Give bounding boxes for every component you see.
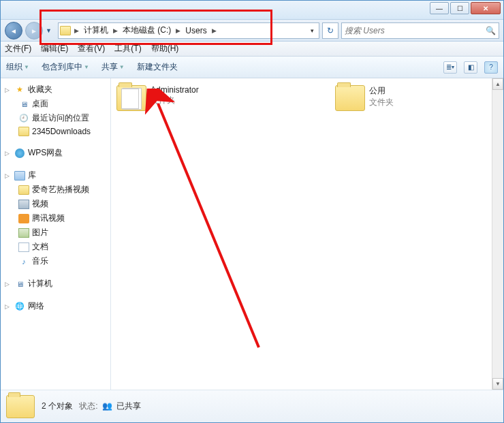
body-area: ▷ ★ 收藏夹 🖥桌面 🕘最近访问的位置 2345Downloads ▷ WPS… <box>1 78 503 390</box>
sidebar-item-documents[interactable]: 文档 <box>3 240 110 254</box>
chevron-right-icon[interactable]: ▶ <box>111 27 120 34</box>
view-options-button[interactable]: ≣ ▾ <box>443 61 457 74</box>
people-icon: 👥 <box>102 401 112 411</box>
scroll-track[interactable] <box>492 90 503 378</box>
vertical-scrollbar[interactable]: ▲ ▼ <box>492 78 503 390</box>
folder-icon <box>18 127 29 136</box>
breadcrumb-computer[interactable]: 计算机 <box>81 25 111 36</box>
status-state-label: 状态: <box>79 401 97 411</box>
titlebar: — ☐ ✕ <box>1 1 503 20</box>
sidebar-label: 库 <box>28 170 36 181</box>
folder-item-public[interactable]: 公用 文件夹 <box>335 85 394 111</box>
chevron-right-icon[interactable]: ▶ <box>174 27 183 34</box>
sidebar-wps[interactable]: ▷ WPS网盘 <box>3 146 110 160</box>
expander-icon[interactable]: ▷ <box>5 150 12 157</box>
music-icon: ♪ <box>18 257 29 266</box>
close-button[interactable]: ✕ <box>471 2 501 14</box>
pictures-icon <box>18 228 29 238</box>
sidebar-item-recent[interactable]: 🕘最近访问的位置 <box>3 111 110 125</box>
sidebar-item-tencent[interactable]: 腾讯视频 <box>3 211 110 225</box>
sidebar-label: WPS网盘 <box>28 147 63 159</box>
maximize-button[interactable]: ☐ <box>450 2 469 14</box>
address-dropdown[interactable]: ▾ <box>306 27 317 34</box>
folder-icon <box>18 185 29 195</box>
expander-icon[interactable]: ▷ <box>5 303 12 310</box>
status-state-value: 已共享 <box>116 401 141 411</box>
documents-icon <box>18 242 29 252</box>
expander-icon[interactable]: ▷ <box>5 87 12 93</box>
menu-file[interactable]: 文件(F) <box>5 43 31 54</box>
folder-icon <box>116 85 146 111</box>
sidebar-item-2345downloads[interactable]: 2345Downloads <box>3 125 110 138</box>
sidebar-item-videos[interactable]: 视频 <box>3 197 110 211</box>
expander-icon[interactable]: ▷ <box>5 172 12 179</box>
refresh-button[interactable]: ↻ <box>322 22 338 39</box>
expander-icon[interactable]: ▷ <box>5 281 12 287</box>
chevron-down-icon: ▼ <box>119 64 125 70</box>
arrow-left-icon <box>10 26 17 35</box>
star-icon: ★ <box>14 85 25 95</box>
details-pane: 2 个对象 状态: 👥 已共享 <box>1 390 503 422</box>
sidebar-favorites[interactable]: ▷ ★ 收藏夹 <box>3 82 110 97</box>
share-button[interactable]: 共享 ▼ <box>101 61 125 73</box>
back-button[interactable] <box>5 22 22 40</box>
sidebar-item-music[interactable]: ♪音乐 <box>3 254 110 268</box>
search-icon[interactable]: 🔍 <box>486 26 496 35</box>
folder-item-administrator[interactable]: Administrator 文件夹 <box>116 85 199 111</box>
folder-type: 文件夹 <box>151 95 199 106</box>
refresh-icon: ↻ <box>327 26 334 35</box>
chevron-right-icon[interactable]: ▶ <box>72 27 81 34</box>
tencent-icon <box>18 214 29 223</box>
scroll-down-button[interactable]: ▼ <box>492 378 503 390</box>
computer-icon: 🖥 <box>14 279 25 289</box>
command-bar: 组织 ▼ 包含到库中 ▼ 共享 ▼ 新建文件夹 ≣ ▾ ◧ ? <box>1 57 503 78</box>
folder-icon <box>6 395 35 418</box>
search-input[interactable] <box>345 26 486 35</box>
folder-content-area[interactable]: Administrator 文件夹 公用 文件夹 <box>111 78 492 390</box>
sidebar-item-iqiyi[interactable]: 爱奇艺热播视频 <box>3 183 110 197</box>
desktop-icon: 🖥 <box>18 99 29 109</box>
menu-tools[interactable]: 工具(T) <box>114 43 141 54</box>
recent-icon: 🕘 <box>18 114 29 123</box>
sidebar-libraries[interactable]: ▷ 库 <box>3 168 110 183</box>
arrow-right-icon <box>31 26 37 35</box>
sidebar-label: 计算机 <box>28 278 52 289</box>
chevron-right-icon[interactable]: ▶ <box>210 27 219 34</box>
address-bar[interactable]: ▶ 计算机 ▶ 本地磁盘 (C:) ▶ Users ▶ ▾ <box>58 22 319 39</box>
include-in-library-button[interactable]: 包含到库中 ▼ <box>42 61 89 73</box>
folder-name: 公用 <box>369 85 394 97</box>
menu-bar: 文件(F) 编辑(E) 查看(V) 工具(T) 帮助(H) <box>1 42 503 57</box>
folder-name: Administrator <box>151 85 199 95</box>
navigation-pane: ▷ ★ 收藏夹 🖥桌面 🕘最近访问的位置 2345Downloads ▷ WPS… <box>1 78 111 390</box>
sidebar-label: 收藏夹 <box>28 84 52 95</box>
organize-button[interactable]: 组织 ▼ <box>6 61 29 73</box>
explorer-window: — ☐ ✕ ▼ ▶ 计算机 ▶ 本地磁盘 (C:) ▶ Users ▶ ▾ ↻ … <box>0 0 504 423</box>
menu-edit[interactable]: 编辑(E) <box>41 43 68 54</box>
chevron-down-icon: ▼ <box>84 64 89 70</box>
sidebar-network[interactable]: ▷ 🌐 网络 <box>3 299 110 313</box>
sidebar-item-pictures[interactable]: 图片 <box>3 225 110 240</box>
folder-type: 文件夹 <box>369 97 394 108</box>
status-object-count: 2 个对象 <box>42 401 73 411</box>
sidebar-computer[interactable]: ▷ 🖥 计算机 <box>3 277 110 291</box>
preview-pane-button[interactable]: ◧ <box>464 61 477 74</box>
help-button[interactable]: ? <box>484 61 498 74</box>
library-icon <box>14 171 25 181</box>
history-dropdown[interactable]: ▼ <box>46 27 55 34</box>
sidebar-item-desktop[interactable]: 🖥桌面 <box>3 97 110 111</box>
minimize-button[interactable]: — <box>430 2 449 14</box>
sidebar-label: 网络 <box>28 300 44 312</box>
forward-button[interactable] <box>25 22 43 40</box>
menu-help[interactable]: 帮助(H) <box>151 43 179 54</box>
navigation-row: ▼ ▶ 计算机 ▶ 本地磁盘 (C:) ▶ Users ▶ ▾ ↻ 🔍 <box>1 20 503 42</box>
folder-icon <box>60 26 71 35</box>
scroll-up-button[interactable]: ▲ <box>492 78 503 90</box>
breadcrumb-drive-c[interactable]: 本地磁盘 (C:) <box>120 25 174 36</box>
new-folder-button[interactable]: 新建文件夹 <box>137 61 178 73</box>
search-box[interactable]: 🔍 <box>341 22 499 39</box>
folder-icon <box>335 85 365 111</box>
network-icon: 🌐 <box>14 302 25 311</box>
breadcrumb-users[interactable]: Users <box>183 26 209 35</box>
wps-icon <box>14 148 25 158</box>
menu-view[interactable]: 查看(V) <box>78 43 105 54</box>
